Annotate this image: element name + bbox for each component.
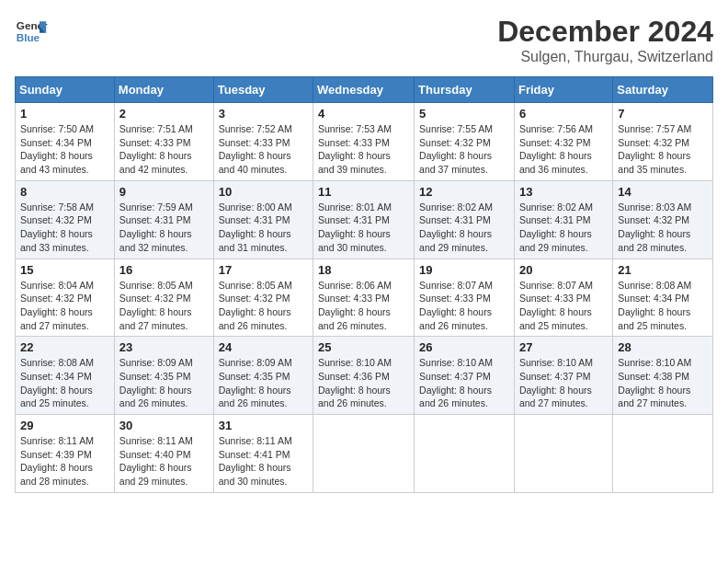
day-info: Sunrise: 7:58 AM Sunset: 4:32 PM Dayligh… xyxy=(20,201,109,255)
day-info: Sunrise: 8:09 AM Sunset: 4:35 PM Dayligh… xyxy=(119,356,209,410)
calendar-day-cell: 10 Sunrise: 8:00 AM Sunset: 4:31 PM Dayl… xyxy=(213,180,313,259)
day-number: 27 xyxy=(519,340,608,354)
day-info: Sunrise: 8:01 AM Sunset: 4:31 PM Dayligh… xyxy=(318,201,409,255)
sunrise-text: Sunrise: 7:55 AM xyxy=(419,123,493,134)
calendar-day-cell: 28 Sunrise: 8:10 AM Sunset: 4:38 PM Dayl… xyxy=(613,337,713,415)
calendar-day-cell: 24 Sunrise: 8:09 AM Sunset: 4:35 PM Dayl… xyxy=(213,337,313,415)
day-number: 23 xyxy=(119,340,209,354)
sunset-text: Sunset: 4:41 PM xyxy=(219,449,290,460)
day-number: 21 xyxy=(618,263,708,277)
daylight-text: Daylight: 8 hours and 26 minutes. xyxy=(419,385,492,409)
logo-icon: General Blue xyxy=(15,15,48,48)
calendar-day-cell: 2 Sunrise: 7:51 AM Sunset: 4:33 PM Dayli… xyxy=(114,103,213,181)
calendar-day-cell: 31 Sunrise: 8:11 AM Sunset: 4:41 PM Dayl… xyxy=(213,415,313,493)
weekday-header-cell: Thursday xyxy=(415,77,515,103)
sunrise-text: Sunrise: 8:08 AM xyxy=(20,357,94,368)
sunrise-text: Sunrise: 7:53 AM xyxy=(318,123,392,134)
sunrise-text: Sunrise: 7:52 AM xyxy=(219,123,292,134)
sunset-text: Sunset: 4:34 PM xyxy=(618,293,689,304)
day-info: Sunrise: 8:06 AM Sunset: 4:33 PM Dayligh… xyxy=(318,279,409,333)
daylight-text: Daylight: 8 hours and 29 minutes. xyxy=(419,228,492,253)
day-info: Sunrise: 8:02 AM Sunset: 4:31 PM Dayligh… xyxy=(519,201,608,255)
calendar-week-row: 8 Sunrise: 7:58 AM Sunset: 4:32 PM Dayli… xyxy=(16,180,713,259)
day-number: 3 xyxy=(219,107,308,121)
sunrise-text: Sunrise: 7:50 AM xyxy=(20,123,94,134)
day-number: 16 xyxy=(119,263,209,277)
weekday-header-row: SundayMondayTuesdayWednesdayThursdayFrid… xyxy=(16,77,713,103)
sunset-text: Sunset: 4:32 PM xyxy=(20,214,92,225)
calendar-day-cell: 14 Sunrise: 8:03 AM Sunset: 4:32 PM Dayl… xyxy=(613,180,713,259)
calendar-week-row: 29 Sunrise: 8:11 AM Sunset: 4:39 PM Dayl… xyxy=(16,415,713,493)
sunset-text: Sunset: 4:32 PM xyxy=(519,137,591,148)
day-info: Sunrise: 7:50 AM Sunset: 4:34 PM Dayligh… xyxy=(20,122,109,177)
day-info: Sunrise: 7:51 AM Sunset: 4:33 PM Dayligh… xyxy=(119,122,209,177)
sunrise-text: Sunrise: 8:07 AM xyxy=(519,280,593,291)
day-number: 1 xyxy=(20,107,109,121)
daylight-text: Daylight: 8 hours and 30 minutes. xyxy=(219,462,291,487)
calendar-day-cell: 23 Sunrise: 8:09 AM Sunset: 4:35 PM Dayl… xyxy=(114,337,213,415)
sunset-text: Sunset: 4:35 PM xyxy=(119,371,191,382)
daylight-text: Daylight: 8 hours and 27 minutes. xyxy=(519,385,592,409)
daylight-text: Daylight: 8 hours and 25 minutes. xyxy=(519,306,592,331)
day-number: 14 xyxy=(618,185,708,199)
day-info: Sunrise: 8:03 AM Sunset: 4:32 PM Dayligh… xyxy=(618,201,708,255)
sunrise-text: Sunrise: 8:06 AM xyxy=(318,280,392,291)
day-number: 18 xyxy=(318,263,409,277)
svg-text:Blue: Blue xyxy=(17,31,40,43)
daylight-text: Daylight: 8 hours and 28 minutes. xyxy=(20,462,93,487)
sunset-text: Sunset: 4:35 PM xyxy=(219,371,290,382)
day-info: Sunrise: 7:55 AM Sunset: 4:32 PM Dayligh… xyxy=(419,122,509,177)
calendar-day-cell: 15 Sunrise: 8:04 AM Sunset: 4:32 PM Dayl… xyxy=(16,259,115,337)
calendar-day-cell: 6 Sunrise: 7:56 AM Sunset: 4:32 PM Dayli… xyxy=(514,103,612,181)
calendar-day-cell: 17 Sunrise: 8:05 AM Sunset: 4:32 PM Dayl… xyxy=(213,259,313,337)
calendar-day-cell: 26 Sunrise: 8:10 AM Sunset: 4:37 PM Dayl… xyxy=(415,337,515,415)
daylight-text: Daylight: 8 hours and 33 minutes. xyxy=(20,228,93,253)
sunrise-text: Sunrise: 8:09 AM xyxy=(119,357,193,368)
weekday-header-cell: Wednesday xyxy=(313,77,415,103)
sunset-text: Sunset: 4:37 PM xyxy=(419,371,491,382)
day-info: Sunrise: 8:02 AM Sunset: 4:31 PM Dayligh… xyxy=(419,201,509,255)
sunset-text: Sunset: 4:31 PM xyxy=(519,214,591,225)
calendar-day-cell: 8 Sunrise: 7:58 AM Sunset: 4:32 PM Dayli… xyxy=(16,180,115,259)
daylight-text: Daylight: 8 hours and 26 minutes. xyxy=(119,385,192,409)
day-number: 20 xyxy=(519,263,608,277)
day-number: 11 xyxy=(318,185,409,199)
daylight-text: Daylight: 8 hours and 26 minutes. xyxy=(219,385,291,409)
day-number: 9 xyxy=(119,185,209,199)
day-number: 29 xyxy=(20,419,109,432)
day-number: 28 xyxy=(618,340,708,354)
day-info: Sunrise: 8:10 AM Sunset: 4:37 PM Dayligh… xyxy=(419,356,509,410)
page-header: General Blue December 2024 Sulgen, Thurg… xyxy=(15,15,713,65)
sunrise-text: Sunrise: 7:51 AM xyxy=(119,123,193,134)
sunrise-text: Sunrise: 8:05 AM xyxy=(119,280,193,291)
daylight-text: Daylight: 8 hours and 27 minutes. xyxy=(119,306,192,331)
calendar-body: 1 Sunrise: 7:50 AM Sunset: 4:34 PM Dayli… xyxy=(16,103,713,493)
sunrise-text: Sunrise: 8:11 AM xyxy=(119,435,193,446)
day-number: 17 xyxy=(219,263,308,277)
calendar-day-cell: 7 Sunrise: 7:57 AM Sunset: 4:32 PM Dayli… xyxy=(613,103,713,181)
calendar-day-cell xyxy=(514,415,612,493)
calendar-day-cell: 11 Sunrise: 8:01 AM Sunset: 4:31 PM Dayl… xyxy=(313,180,415,259)
sunrise-text: Sunrise: 7:57 AM xyxy=(618,123,691,134)
sunset-text: Sunset: 4:39 PM xyxy=(20,449,92,460)
sunset-text: Sunset: 4:31 PM xyxy=(119,214,191,225)
sunset-text: Sunset: 4:31 PM xyxy=(318,214,390,225)
month-title: December 2024 xyxy=(497,15,713,49)
sunrise-text: Sunrise: 7:59 AM xyxy=(119,201,193,213)
title-block: December 2024 Sulgen, Thurgau, Switzerla… xyxy=(497,15,713,65)
day-info: Sunrise: 7:56 AM Sunset: 4:32 PM Dayligh… xyxy=(519,122,608,177)
calendar-day-cell: 3 Sunrise: 7:52 AM Sunset: 4:33 PM Dayli… xyxy=(213,103,313,181)
day-number: 4 xyxy=(318,107,409,121)
calendar-day-cell: 25 Sunrise: 8:10 AM Sunset: 4:36 PM Dayl… xyxy=(313,337,415,415)
daylight-text: Daylight: 8 hours and 40 minutes. xyxy=(219,150,291,175)
sunrise-text: Sunrise: 8:00 AM xyxy=(219,201,292,213)
calendar-day-cell: 13 Sunrise: 8:02 AM Sunset: 4:31 PM Dayl… xyxy=(514,180,612,259)
daylight-text: Daylight: 8 hours and 37 minutes. xyxy=(419,150,492,175)
calendar-day-cell: 12 Sunrise: 8:02 AM Sunset: 4:31 PM Dayl… xyxy=(415,180,515,259)
daylight-text: Daylight: 8 hours and 39 minutes. xyxy=(318,150,391,175)
daylight-text: Daylight: 8 hours and 43 minutes. xyxy=(20,150,93,175)
calendar-day-cell: 22 Sunrise: 8:08 AM Sunset: 4:34 PM Dayl… xyxy=(16,337,115,415)
daylight-text: Daylight: 8 hours and 31 minutes. xyxy=(219,228,291,253)
day-info: Sunrise: 8:05 AM Sunset: 4:32 PM Dayligh… xyxy=(119,279,209,333)
calendar-day-cell: 1 Sunrise: 7:50 AM Sunset: 4:34 PM Dayli… xyxy=(16,103,115,181)
